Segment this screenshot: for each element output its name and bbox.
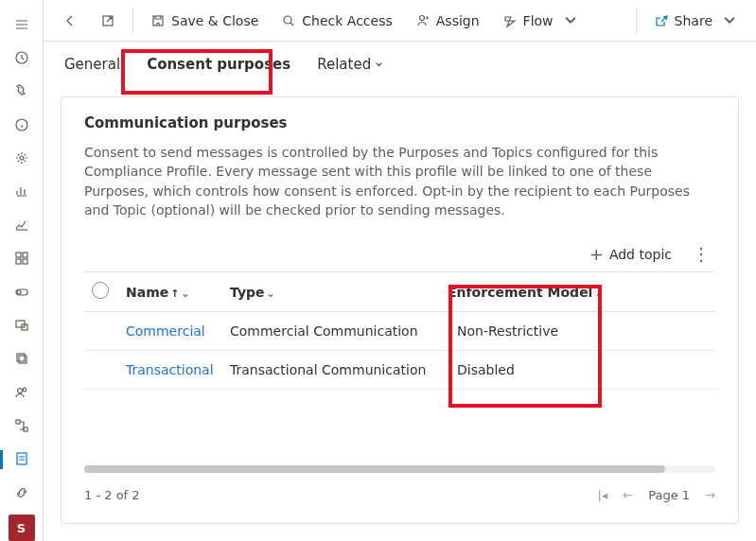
svg-rect-4 bbox=[23, 253, 27, 257]
chevron-down-icon: ⌄ bbox=[267, 288, 275, 300]
card-description: Consent to send messages is controlled b… bbox=[84, 143, 715, 219]
rail-hamburger-icon[interactable] bbox=[0, 8, 44, 41]
rail-gear-icon[interactable] bbox=[0, 141, 44, 174]
rail-devices-icon[interactable] bbox=[0, 308, 44, 341]
chevron-down-icon: ⌄ bbox=[594, 288, 603, 300]
row-name-link[interactable]: Commercial bbox=[126, 323, 205, 339]
table-row[interactable]: Commercial Commercial Communication Non-… bbox=[84, 312, 715, 351]
tab-consent-purposes[interactable]: Consent purposes bbox=[147, 42, 290, 87]
pager-page-label: Page 1 bbox=[648, 488, 690, 502]
cmdbar-divider bbox=[132, 8, 133, 34]
rail-link-icon[interactable] bbox=[0, 476, 44, 509]
rail-toggle-icon[interactable] bbox=[0, 275, 44, 308]
sort-up-icon: ↑ bbox=[170, 288, 179, 300]
assign-button[interactable]: Assign bbox=[406, 6, 489, 36]
rail-app-switcher[interactable]: S bbox=[9, 515, 35, 541]
svg-rect-3 bbox=[16, 253, 21, 257]
rail-flow-icon[interactable] bbox=[0, 409, 44, 442]
rail-doc-icon[interactable] bbox=[0, 443, 44, 476]
pager-status: 1 - 2 of 2 bbox=[84, 488, 140, 502]
back-button[interactable] bbox=[53, 6, 87, 36]
svg-point-20 bbox=[284, 16, 291, 24]
rail-grid-icon[interactable] bbox=[0, 242, 44, 275]
hscroll-thumb[interactable] bbox=[84, 465, 665, 473]
rail-pin-icon[interactable] bbox=[0, 75, 44, 108]
pager: 1 - 2 of 2 |◂ ← Page 1 → bbox=[84, 488, 715, 502]
list-more-button[interactable]: ⋮ bbox=[687, 240, 715, 268]
rail-analytics-icon[interactable] bbox=[0, 175, 44, 208]
save-close-button[interactable]: Save & Close bbox=[141, 6, 268, 36]
pager-next-icon[interactable]: → bbox=[705, 488, 715, 502]
add-topic-button[interactable]: +Add topic bbox=[589, 244, 672, 264]
col-name[interactable]: Name↑⌄ bbox=[118, 272, 222, 312]
row-enforcement: Non-Restrictive bbox=[440, 312, 715, 351]
table-row[interactable]: Transactional Transactional Communicatio… bbox=[84, 351, 715, 390]
svg-rect-11 bbox=[17, 354, 25, 361]
chevron-down-icon: ⌄ bbox=[181, 288, 189, 300]
col-type[interactable]: Type⌄ bbox=[222, 272, 440, 312]
pager-prev-icon[interactable]: ← bbox=[623, 488, 633, 502]
pager-first-icon[interactable]: |◂ bbox=[597, 488, 607, 502]
rail-info-icon[interactable] bbox=[0, 108, 44, 141]
rail-clock-icon[interactable] bbox=[0, 41, 44, 74]
svg-rect-5 bbox=[16, 259, 21, 264]
grid: Name↑⌄ Type⌄ Enforcement Model⌄ Commerci… bbox=[84, 271, 715, 390]
svg-rect-15 bbox=[16, 420, 20, 424]
svg-rect-6 bbox=[23, 259, 27, 264]
left-rail: S bbox=[0, 0, 44, 541]
flow-button[interactable]: Flow bbox=[493, 6, 588, 36]
col-enforcement[interactable]: Enforcement Model⌄ bbox=[440, 272, 715, 312]
cmdbar-divider-r bbox=[636, 8, 637, 34]
row-enforcement: Disabled bbox=[440, 351, 715, 390]
open-new-button[interactable] bbox=[91, 6, 125, 36]
main-panel: Save & Close Check Access Assign Flow Sh… bbox=[44, 0, 756, 541]
rail-chart-icon[interactable] bbox=[0, 208, 44, 241]
command-bar: Save & Close Check Access Assign Flow Sh… bbox=[44, 0, 756, 42]
svg-point-21 bbox=[419, 15, 424, 20]
row-type: Commercial Communication bbox=[222, 312, 440, 351]
svg-point-8 bbox=[17, 290, 21, 294]
hscroll-track[interactable] bbox=[84, 465, 715, 473]
row-name-link[interactable]: Transactional bbox=[126, 362, 214, 377]
tab-strip: General Consent purposes Related bbox=[44, 42, 756, 87]
tab-related[interactable]: Related bbox=[317, 42, 383, 87]
plus-icon: + bbox=[589, 244, 604, 264]
content-card: Communication purposes Consent to send m… bbox=[61, 96, 739, 524]
svg-point-14 bbox=[23, 388, 26, 392]
check-access-button[interactable]: Check Access bbox=[272, 6, 401, 36]
svg-rect-17 bbox=[17, 453, 26, 464]
tab-general[interactable]: General bbox=[64, 42, 120, 87]
rail-copy-icon[interactable] bbox=[0, 342, 44, 375]
rail-people-icon[interactable] bbox=[0, 375, 44, 409]
share-button[interactable]: Share bbox=[644, 6, 747, 36]
select-all-checkbox[interactable] bbox=[92, 282, 109, 299]
row-type: Transactional Communication bbox=[222, 351, 440, 390]
svg-point-2 bbox=[20, 156, 24, 160]
svg-rect-12 bbox=[19, 356, 26, 363]
col-select[interactable] bbox=[84, 272, 118, 312]
list-command-bar: +Add topic ⋮ bbox=[84, 240, 715, 268]
svg-point-13 bbox=[17, 388, 22, 393]
card-title: Communication purposes bbox=[84, 114, 715, 131]
